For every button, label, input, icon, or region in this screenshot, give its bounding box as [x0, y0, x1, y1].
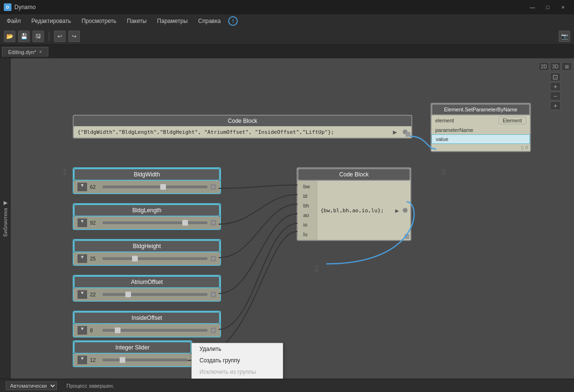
- title-bar: D Dynamo — □ ×: [0, 0, 574, 14]
- slider-atriumoffset-thumb[interactable]: [125, 292, 131, 297]
- slider-insideoffset-title: InsideOffset: [74, 312, 220, 324]
- code-block-2-port-out[interactable]: [403, 208, 408, 213]
- minimize-button[interactable]: —: [525, 2, 540, 12]
- cb2-port-bw: bw: [299, 183, 316, 190]
- slider-bldgwidth-row: ▼ 62 >: [74, 181, 220, 193]
- code-block-2-arrow: ▶: [395, 207, 399, 214]
- slider-bldglength-track[interactable]: [102, 221, 208, 224]
- element-port-value: value: [431, 134, 530, 144]
- menu-packages[interactable]: Пакеты: [122, 16, 151, 26]
- code-block-2-resize[interactable]: [405, 234, 409, 239]
- ctx-create-group[interactable]: Создать группу: [192, 355, 283, 366]
- slider-insideoffset-thumb[interactable]: [115, 327, 121, 333]
- zoom-fit-button[interactable]: ⊡: [550, 73, 561, 81]
- slider-insideoffset-dropdown[interactable]: ▼: [77, 326, 87, 335]
- status-auto-item: Автоматически: [6, 381, 57, 390]
- slider-integer-value: 12: [90, 357, 99, 363]
- zoom-reset-button[interactable]: +: [550, 101, 561, 110]
- slider-bldgwidth-track[interactable]: [102, 185, 208, 188]
- element-port-paramname: parameterName: [431, 126, 530, 134]
- slider-bldgheight-dropdown[interactable]: ▼: [77, 254, 87, 263]
- slider-insideoffset-value: 8: [90, 327, 99, 333]
- code-block-1-code: {"BldgWidth","BldgLength","BldgHeight", …: [77, 129, 391, 135]
- slider-atriumoffset-node: AtriumOffset ▼ 22 >: [73, 275, 221, 302]
- auto-dropdown[interactable]: Автоматически: [6, 381, 57, 390]
- app-title: Dynamo: [14, 4, 36, 11]
- view-grid-button[interactable]: ⊞: [562, 62, 572, 71]
- status-message: Процесс завершен.: [66, 383, 114, 389]
- element-port-paramname-label: parameterName: [435, 127, 473, 133]
- cb2-port-lu: lu: [299, 230, 316, 238]
- cb2-port-bl: bl: [299, 192, 316, 200]
- slider-integer-node: Integer Slider ▼ 12: [73, 340, 192, 367]
- status-bar: Автоматически Процесс завершен.: [0, 379, 574, 392]
- slider-bldglength-dropdown[interactable]: ▼: [77, 218, 87, 227]
- cb2-port-ao: ao: [299, 211, 316, 219]
- annotation-1: 1: [62, 167, 67, 177]
- library-tab[interactable]: Библиотека ◀: [1, 196, 9, 240]
- element-port-value-label: value: [436, 136, 448, 142]
- slider-bldglength-thumb[interactable]: [182, 220, 188, 226]
- left-sidebar[interactable]: Библиотека ◀: [0, 58, 11, 379]
- slider-atriumoffset-port[interactable]: >: [210, 292, 216, 297]
- menu-help[interactable]: Справка: [193, 16, 225, 26]
- maximize-button[interactable]: □: [541, 2, 555, 12]
- undo-button[interactable]: ↩: [54, 31, 66, 42]
- zoom-out-button[interactable]: −: [550, 92, 561, 100]
- element-node-footer: ▯ ⅠⅠ: [431, 144, 530, 151]
- ctx-delete[interactable]: Удалить: [192, 343, 283, 355]
- slider-bldgheight-thumb[interactable]: [132, 256, 138, 261]
- zoom-in-button[interactable]: +: [550, 82, 561, 91]
- canvas[interactable]: 1 2 3 Code Block {"BldgWidth","BldgLengt…: [11, 58, 574, 379]
- code-block-1-resize[interactable]: [406, 132, 410, 137]
- app-icon: D: [4, 3, 11, 11]
- menu-params[interactable]: Параметры: [152, 16, 192, 26]
- slider-bldglength-value: 92: [90, 220, 99, 226]
- slider-bldglength-port[interactable]: >: [210, 220, 216, 226]
- slider-insideoffset-port[interactable]: >: [210, 327, 216, 333]
- toolbar: 📂 💾 🖫 ↩ ↪ 📷: [0, 28, 574, 45]
- code-block-2-input-ports: bw bl bh ao io lu: [298, 181, 318, 240]
- title-left: D Dynamo: [4, 3, 36, 11]
- open-button[interactable]: 📂: [4, 31, 15, 42]
- slider-integer-track[interactable]: [102, 359, 188, 361]
- tab-editing[interactable]: Editing.dyn* ×: [2, 47, 48, 57]
- window-controls: — □ ×: [525, 2, 570, 12]
- save-button[interactable]: 💾: [18, 31, 30, 42]
- slider-atriumoffset-track[interactable]: [102, 293, 208, 296]
- slider-integer-thumb[interactable]: [120, 357, 125, 363]
- menu-view[interactable]: Просмотреть: [77, 16, 121, 26]
- slider-bldgheight-row: ▼ 25 >: [74, 252, 220, 265]
- slider-integer-title: Integer Slider: [74, 341, 191, 354]
- element-node: Element.SetParameterByName element Eleme…: [430, 103, 531, 152]
- tab-close-icon[interactable]: ×: [39, 49, 42, 54]
- cb2-port-io: io: [299, 221, 316, 229]
- view-3d-button[interactable]: 3D: [550, 62, 561, 71]
- camera-button[interactable]: 📷: [559, 31, 570, 42]
- slider-bldgwidth-dropdown[interactable]: ▼: [77, 183, 87, 191]
- save-copy-button[interactable]: 🖫: [33, 31, 44, 42]
- slider-bldgheight-track[interactable]: [102, 257, 208, 260]
- code-block-2-body: bw bl bh ao io lu {bw,bl,bh,ao,io,lu}; ▶: [298, 181, 410, 240]
- slider-bldgheight-node: BldgHeight ▼ 25 >: [73, 239, 221, 266]
- element-node-header: Element.SetParameterByName: [431, 104, 530, 115]
- code-block-1-arrow: ▶: [393, 128, 397, 136]
- slider-bldgheight-port[interactable]: >: [210, 256, 216, 261]
- code-block-1-header: Code Block: [74, 116, 411, 126]
- slider-bldgwidth-thumb[interactable]: [160, 184, 166, 190]
- slider-bldgheight-value: 25: [90, 256, 99, 261]
- redo-button[interactable]: ↪: [68, 31, 80, 42]
- canvas-zoom-buttons: ⊡ + − +: [539, 73, 572, 110]
- tab-bar: Editing.dyn* ×: [0, 45, 574, 58]
- view-2d-button[interactable]: 2D: [539, 62, 549, 71]
- slider-integer-row: ▼ 12: [74, 354, 191, 366]
- slider-integer-dropdown[interactable]: ▼: [77, 356, 87, 364]
- slider-atriumoffset-dropdown[interactable]: ▼: [77, 290, 87, 299]
- menu-file[interactable]: Файл: [2, 16, 26, 26]
- close-button[interactable]: ×: [556, 2, 570, 12]
- menu-edit[interactable]: Редактировать: [27, 16, 76, 26]
- slider-insideoffset-track[interactable]: [102, 329, 208, 332]
- info-icon[interactable]: !: [228, 16, 238, 26]
- slider-bldgwidth-port[interactable]: >: [210, 184, 216, 190]
- ctx-exclude-group: Исключить из группы: [192, 366, 283, 378]
